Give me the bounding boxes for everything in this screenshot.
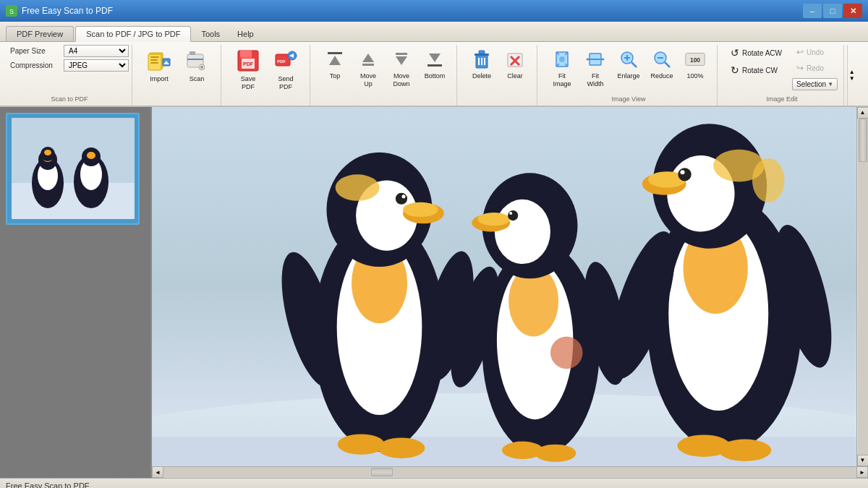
hscroll-thumb[interactable] <box>371 468 393 476</box>
svg-text:PDF: PDF <box>277 59 286 64</box>
ribbon-group-actions: Import Scan <box>135 45 221 106</box>
top-button[interactable]: Top <box>319 45 351 83</box>
app-icon: S <box>6 5 17 17</box>
image-view-buttons: FitImage FitWidth <box>546 45 711 103</box>
undo-redo-section: ↩ Undo ↪ Redo Selection ▼ <box>792 45 838 90</box>
fit-width-label: FitWidth <box>587 72 603 88</box>
enlarge-icon <box>617 48 640 71</box>
hscroll-right-button[interactable]: ► <box>856 466 868 478</box>
svg-point-109 <box>681 170 685 174</box>
minimize-button[interactable]: – <box>803 4 822 18</box>
compression-label: Compression <box>10 61 61 69</box>
tab-bar: PDF Preview Scan to PDF / JPG to PDF Too… <box>0 22 868 42</box>
send-pdf-button[interactable]: PDF SendPDF <box>268 45 304 94</box>
vertical-scrollbar[interactable]: ▲ ▼ <box>856 107 868 466</box>
move-up-label: MoveUp <box>360 72 376 88</box>
rotate-acw-button[interactable]: ↺ Rotate ACW <box>726 45 786 61</box>
svg-rect-59 <box>12 183 135 219</box>
selection-button[interactable]: Selection ▼ <box>792 78 838 90</box>
content-area[interactable] <box>152 107 856 466</box>
hscroll-left-button[interactable]: ◄ <box>152 466 163 478</box>
ribbon-group-delete-clear: Delete Clear <box>460 45 537 106</box>
scroll-up-button[interactable]: ▲ <box>857 107 869 119</box>
svg-line-50 <box>631 62 637 67</box>
fit-image-icon <box>550 48 574 71</box>
clear-button[interactable]: Clear <box>499 45 531 83</box>
send-pdf-icon: PDF <box>273 48 299 74</box>
thumbnail-item[interactable] <box>6 113 140 225</box>
move-down-button[interactable]: MoveDown <box>386 45 417 91</box>
save-pdf-icon: PDF <box>235 48 261 74</box>
scroll-track[interactable] <box>858 119 868 455</box>
hscroll-track[interactable] <box>163 467 856 477</box>
close-button[interactable]: ✕ <box>843 4 862 18</box>
delete-clear-buttons: Delete Clear <box>466 45 531 95</box>
reduce-icon <box>650 48 673 71</box>
delete-icon <box>470 48 493 71</box>
rotate-cw-button[interactable]: ↻ Rotate CW <box>726 62 786 78</box>
ribbon-group-image-edit: ↺ Rotate ACW ↻ Rotate CW ↩ Undo ↪ Redo <box>720 45 844 106</box>
enlarge-button[interactable]: Enlarge <box>613 45 644 83</box>
svg-point-108 <box>678 168 691 181</box>
svg-marker-26 <box>396 56 407 65</box>
import-button[interactable]: Import <box>141 45 177 86</box>
rotate-cw-icon: ↻ <box>731 64 739 76</box>
svg-point-100 <box>535 444 576 461</box>
svg-marker-48 <box>603 58 605 61</box>
reduce-button[interactable]: Reduce <box>646 45 678 83</box>
svg-rect-5 <box>150 59 158 61</box>
main-area: ▲ ▼ ◄ ► <box>0 107 868 478</box>
svg-point-93 <box>477 213 510 226</box>
tab-scan-to-pdf[interactable]: Scan to PDF / JPG to PDF <box>75 26 191 42</box>
svg-rect-10 <box>187 59 203 60</box>
svg-rect-27 <box>396 53 407 55</box>
redo-button[interactable]: ↪ Redo <box>792 61 838 75</box>
horizontal-scrollbar[interactable]: ◄ ► <box>152 466 868 478</box>
scan-button[interactable]: Scan <box>179 45 215 86</box>
bottom-button[interactable]: Bottom <box>419 45 451 83</box>
ribbon-scroll-button[interactable]: ▲ ▼ <box>847 45 856 106</box>
fit-image-button[interactable]: FitImage <box>546 45 578 91</box>
fit-width-button[interactable]: FitWidth <box>579 45 611 91</box>
tab-help[interactable]: Help <box>229 27 263 41</box>
title-bar-left: S Free Easy Scan to PDF <box>6 5 113 17</box>
content-scroll-area: ▲ ▼ <box>152 107 868 466</box>
svg-point-95 <box>509 212 512 215</box>
paper-size-row: Paper Size A4 A3 Letter <box>10 45 129 57</box>
maximize-button[interactable]: □ <box>823 4 842 18</box>
svg-point-111 <box>752 158 785 202</box>
order-buttons: Top MoveUp MoveDown <box>319 45 451 103</box>
svg-point-91 <box>495 199 550 263</box>
svg-text:S: S <box>9 8 14 15</box>
zoom-level-button[interactable]: 100 100% <box>679 45 711 83</box>
svg-point-94 <box>508 210 518 221</box>
move-up-button[interactable]: MoveUp <box>352 45 384 91</box>
scroll-thumb[interactable] <box>859 119 867 162</box>
tab-tools[interactable]: Tools <box>192 27 229 41</box>
move-down-icon <box>390 48 413 71</box>
svg-text:100: 100 <box>690 56 700 64</box>
redo-label: Redo <box>807 64 824 72</box>
redo-icon: ↪ <box>796 63 804 73</box>
delete-button[interactable]: Delete <box>466 45 498 83</box>
send-pdf-label: SendPDF <box>278 75 293 91</box>
selection-dropdown-icon: ▼ <box>827 81 833 87</box>
scan-to-pdf-group-label: Scan to PDF <box>51 95 88 103</box>
paper-size-label: Paper Size <box>10 47 61 55</box>
svg-point-80 <box>396 192 407 204</box>
content-wrapper: ▲ ▼ ◄ ► <box>152 107 868 478</box>
tab-pdf-preview[interactable]: PDF Preview <box>6 26 74 41</box>
compression-select[interactable]: JPEG PNG <box>64 59 129 72</box>
scroll-down-button[interactable]: ▼ <box>857 455 869 466</box>
undo-label: Undo <box>807 48 824 56</box>
title-bar: S Free Easy Scan to PDF – □ ✕ <box>0 0 868 22</box>
ribbon-group-order: Top MoveUp MoveDown <box>313 45 457 106</box>
import-icon <box>146 48 172 74</box>
move-up-icon <box>357 48 380 71</box>
paper-size-select[interactable]: A4 A3 Letter <box>64 45 129 57</box>
save-pdf-button[interactable]: PDF SavePDF <box>230 45 266 94</box>
ribbon-group-image-view: FitImage FitWidth <box>540 45 718 106</box>
undo-button[interactable]: ↩ Undo <box>792 45 838 59</box>
fit-width-icon <box>584 48 607 71</box>
rotate-acw-label: Rotate ACW <box>742 49 782 57</box>
